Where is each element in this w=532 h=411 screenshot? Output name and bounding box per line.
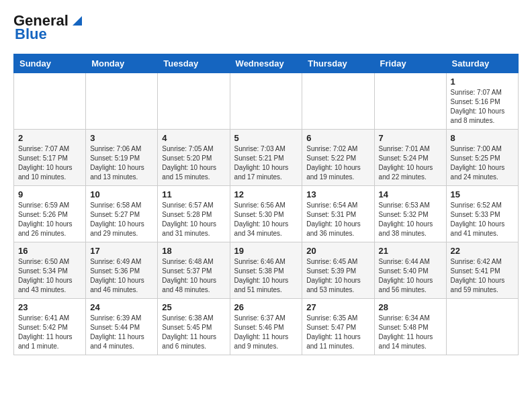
day-info: Sunrise: 6:45 AM Sunset: 5:39 PM Dayligh…: [306, 257, 369, 295]
calendar-cell: 5Sunrise: 7:03 AM Sunset: 5:21 PM Daylig…: [230, 130, 302, 186]
calendar-cell: [230, 73, 302, 130]
calendar-cell: [86, 73, 158, 130]
calendar-cell: 15Sunrise: 6:52 AM Sunset: 5:33 PM Dayli…: [446, 186, 518, 242]
calendar-cell: 21Sunrise: 6:44 AM Sunset: 5:40 PM Dayli…: [374, 242, 446, 299]
day-info: Sunrise: 6:59 AM Sunset: 5:26 PM Dayligh…: [18, 201, 81, 238]
header-saturday: Saturday: [446, 54, 518, 73]
calendar-cell: 11Sunrise: 6:57 AM Sunset: 5:28 PM Dayli…: [158, 186, 230, 242]
day-info: Sunrise: 6:42 AM Sunset: 5:41 PM Dayligh…: [451, 257, 514, 295]
calendar-cell: 14Sunrise: 6:53 AM Sunset: 5:32 PM Dayli…: [374, 186, 446, 242]
calendar-cell: 7Sunrise: 7:01 AM Sunset: 5:24 PM Daylig…: [374, 130, 446, 186]
header-sunday: Sunday: [14, 54, 86, 73]
calendar-cell: 4Sunrise: 7:05 AM Sunset: 5:20 PM Daylig…: [158, 130, 230, 186]
day-number: 1: [451, 77, 514, 87]
day-info: Sunrise: 7:03 AM Sunset: 5:21 PM Dayligh…: [234, 144, 298, 182]
day-number: 18: [162, 246, 225, 256]
calendar-cell: 3Sunrise: 7:06 AM Sunset: 5:19 PM Daylig…: [86, 130, 158, 186]
svg-marker-0: [73, 16, 82, 26]
calendar-cell: 12Sunrise: 6:56 AM Sunset: 5:30 PM Dayli…: [230, 186, 302, 242]
page-header: General Blue: [13, 13, 519, 43]
calendar-cell: [446, 299, 518, 355]
day-number: 6: [306, 133, 369, 143]
day-info: Sunrise: 6:37 AM Sunset: 5:46 PM Dayligh…: [234, 314, 298, 351]
day-number: 28: [379, 302, 442, 312]
day-info: Sunrise: 6:46 AM Sunset: 5:38 PM Dayligh…: [234, 257, 298, 295]
calendar-cell: 9Sunrise: 6:59 AM Sunset: 5:26 PM Daylig…: [14, 186, 86, 242]
day-number: 21: [379, 246, 442, 256]
day-info: Sunrise: 6:50 AM Sunset: 5:34 PM Dayligh…: [18, 257, 81, 295]
calendar-cell: 26Sunrise: 6:37 AM Sunset: 5:46 PM Dayli…: [230, 299, 302, 355]
calendar-cell: [302, 73, 374, 130]
header-tuesday: Tuesday: [158, 54, 230, 73]
day-number: 15: [451, 189, 514, 199]
calendar-cell: 22Sunrise: 6:42 AM Sunset: 5:41 PM Dayli…: [446, 242, 518, 299]
day-number: 12: [234, 189, 298, 199]
calendar-cell: 23Sunrise: 6:41 AM Sunset: 5:42 PM Dayli…: [14, 299, 86, 355]
day-number: 25: [162, 302, 225, 312]
calendar-cell: 2Sunrise: 7:07 AM Sunset: 5:17 PM Daylig…: [14, 130, 86, 186]
day-number: 22: [451, 246, 514, 256]
calendar-cell: 19Sunrise: 6:46 AM Sunset: 5:38 PM Dayli…: [230, 242, 302, 299]
day-info: Sunrise: 7:05 AM Sunset: 5:20 PM Dayligh…: [162, 144, 225, 182]
day-info: Sunrise: 6:41 AM Sunset: 5:42 PM Dayligh…: [18, 314, 81, 351]
day-info: Sunrise: 6:57 AM Sunset: 5:28 PM Dayligh…: [162, 201, 225, 238]
day-info: Sunrise: 6:49 AM Sunset: 5:36 PM Dayligh…: [90, 257, 153, 295]
calendar-cell: 27Sunrise: 6:35 AM Sunset: 5:47 PM Dayli…: [302, 299, 374, 355]
calendar-cell: 20Sunrise: 6:45 AM Sunset: 5:39 PM Dayli…: [302, 242, 374, 299]
day-info: Sunrise: 7:01 AM Sunset: 5:24 PM Dayligh…: [379, 144, 442, 182]
day-number: 16: [18, 246, 81, 256]
day-number: 7: [379, 133, 442, 143]
day-info: Sunrise: 6:44 AM Sunset: 5:40 PM Dayligh…: [379, 257, 442, 295]
week-row-5: 23Sunrise: 6:41 AM Sunset: 5:42 PM Dayli…: [14, 299, 519, 355]
week-row-2: 2Sunrise: 7:07 AM Sunset: 5:17 PM Daylig…: [14, 130, 519, 186]
day-number: 19: [234, 246, 298, 256]
logo-blue: Blue: [13, 26, 47, 43]
day-info: Sunrise: 6:35 AM Sunset: 5:47 PM Dayligh…: [306, 314, 369, 351]
calendar-cell: 17Sunrise: 6:49 AM Sunset: 5:36 PM Dayli…: [86, 242, 158, 299]
day-info: Sunrise: 7:00 AM Sunset: 5:25 PM Dayligh…: [451, 144, 514, 182]
day-number: 3: [90, 133, 153, 143]
day-number: 26: [234, 302, 298, 312]
logo-triangle-icon: [70, 13, 85, 28]
calendar-cell: [374, 73, 446, 130]
day-number: 10: [90, 189, 153, 199]
day-number: 27: [306, 302, 369, 312]
calendar-cell: 13Sunrise: 6:54 AM Sunset: 5:31 PM Dayli…: [302, 186, 374, 242]
header-friday: Friday: [374, 54, 446, 73]
day-number: 9: [18, 189, 81, 199]
day-info: Sunrise: 6:52 AM Sunset: 5:33 PM Dayligh…: [451, 201, 514, 238]
day-info: Sunrise: 6:48 AM Sunset: 5:37 PM Dayligh…: [162, 257, 225, 295]
day-info: Sunrise: 6:58 AM Sunset: 5:27 PM Dayligh…: [90, 201, 153, 238]
calendar-cell: [14, 73, 86, 130]
day-number: 20: [306, 246, 369, 256]
day-number: 24: [90, 302, 153, 312]
week-row-4: 16Sunrise: 6:50 AM Sunset: 5:34 PM Dayli…: [14, 242, 519, 299]
calendar-cell: 16Sunrise: 6:50 AM Sunset: 5:34 PM Dayli…: [14, 242, 86, 299]
day-number: 11: [162, 189, 225, 199]
day-number: 23: [18, 302, 81, 312]
day-info: Sunrise: 6:34 AM Sunset: 5:48 PM Dayligh…: [379, 314, 442, 351]
header-wednesday: Wednesday: [230, 54, 302, 73]
day-number: 2: [18, 133, 81, 143]
day-info: Sunrise: 7:07 AM Sunset: 5:16 PM Dayligh…: [451, 88, 514, 126]
day-info: Sunrise: 7:02 AM Sunset: 5:22 PM Dayligh…: [306, 144, 369, 182]
day-number: 8: [451, 133, 514, 143]
day-info: Sunrise: 6:38 AM Sunset: 5:45 PM Dayligh…: [162, 314, 225, 351]
calendar-cell: 28Sunrise: 6:34 AM Sunset: 5:48 PM Dayli…: [374, 299, 446, 355]
day-number: 5: [234, 133, 298, 143]
week-row-1: 1Sunrise: 7:07 AM Sunset: 5:16 PM Daylig…: [14, 73, 519, 130]
calendar-cell: 8Sunrise: 7:00 AM Sunset: 5:25 PM Daylig…: [446, 130, 518, 186]
logo: General Blue: [13, 13, 85, 43]
day-info: Sunrise: 6:39 AM Sunset: 5:44 PM Dayligh…: [90, 314, 153, 351]
day-info: Sunrise: 6:53 AM Sunset: 5:32 PM Dayligh…: [379, 201, 442, 238]
calendar-header-row: SundayMondayTuesdayWednesdayThursdayFrid…: [14, 54, 519, 73]
day-number: 4: [162, 133, 225, 143]
day-number: 14: [379, 189, 442, 199]
day-info: Sunrise: 7:07 AM Sunset: 5:17 PM Dayligh…: [18, 144, 81, 182]
calendar-cell: 25Sunrise: 6:38 AM Sunset: 5:45 PM Dayli…: [158, 299, 230, 355]
week-row-3: 9Sunrise: 6:59 AM Sunset: 5:26 PM Daylig…: [14, 186, 519, 242]
day-number: 13: [306, 189, 369, 199]
calendar-table: SundayMondayTuesdayWednesdayThursdayFrid…: [13, 54, 519, 355]
calendar-cell: 1Sunrise: 7:07 AM Sunset: 5:16 PM Daylig…: [446, 73, 518, 130]
calendar-cell: 24Sunrise: 6:39 AM Sunset: 5:44 PM Dayli…: [86, 299, 158, 355]
